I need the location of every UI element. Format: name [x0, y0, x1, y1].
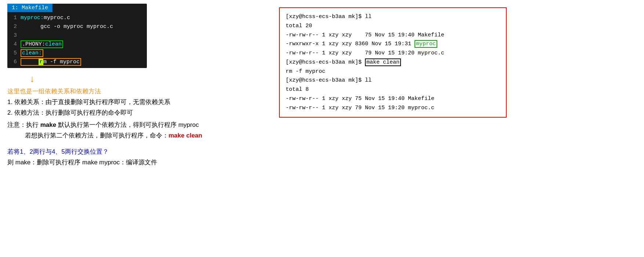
terminal-line-4: -rwxrwxr-x 1 xzy xzy 8360 Nov 15 19:31 m…: [286, 40, 500, 49]
annotation-notice2: 若想执行第二个依赖方法，删除可执行程序，命令：make clean: [25, 131, 264, 141]
phony-box: .PHONY:clean: [21, 40, 63, 48]
annotation-line3: 2. 依赖方法：执行删除可执行程序的命令即可: [7, 108, 264, 118]
line-num-6: 6: [10, 58, 17, 67]
notice-mid: 默认执行第一个依赖方法，得到可执行程序 myproc: [56, 121, 199, 128]
notice-prefix: 注意：执行: [7, 121, 40, 128]
line-content-1: myproc:myproc.c: [21, 14, 70, 22]
line-num-4: 4: [10, 40, 17, 49]
terminal-line-8: [xzy@hcss-ecs-b3aa mk]$ ll: [286, 76, 500, 85]
code-line-5: 5 clean:: [7, 49, 147, 58]
annotations: 这里也是一组依赖关系和依赖方法 1. 依赖关系：由于直接删除可执行程序即可，无需…: [7, 86, 264, 168]
right-panel: [xzy@hcss-ecs-b3aa mk]$ ll total 20 -rw-…: [279, 7, 637, 118]
arrow-area: ↓: [29, 75, 264, 84]
terminal-line-6: [xzy@hcss-ecs-b3aa mk]$ make clean: [286, 58, 500, 67]
notice2-cmd: make clean: [169, 132, 202, 139]
myproc-green: myproc: [415, 40, 437, 48]
line-content-4: .PHONY:clean: [21, 40, 63, 49]
terminal-line-7: rm -f myproc: [286, 67, 500, 76]
line-num-2: 2: [10, 22, 17, 31]
terminal-line-5: -rw-rw-r-- 1 xzy xzy 79 Nov 15 19:20 myp…: [286, 49, 500, 58]
arrow-down-icon: ↓: [29, 75, 35, 84]
code-line-6: 6 rm -f myproc: [7, 58, 147, 67]
question2: 则 make：删除可执行程序 make myproc：编译源文件: [7, 157, 264, 168]
left-panel: 1: Makefile 1 myproc:myproc.c 2 gcc -o m…: [7, 4, 264, 168]
code-editor: 1: Makefile 1 myproc:myproc.c 2 gcc -o m…: [7, 4, 147, 68]
code-line-1: 1 myproc:myproc.c: [7, 14, 147, 22]
terminal-line-11: -rw-rw-r-- 1 xzy xzy 79 Nov 15 19:20 myp…: [286, 104, 500, 113]
rm-box: rm -f myproc: [21, 58, 81, 66]
editor-tab: 1: Makefile: [7, 4, 53, 12]
editor-body: 1 myproc:myproc.c 2 gcc -o myproc myproc…: [7, 12, 147, 68]
question1: 若将1、2两行与4、5两行交换位置？: [7, 147, 264, 157]
line-content-6: rm -f myproc: [21, 58, 81, 67]
code-line-2: 2 gcc -o myproc myproc.c: [7, 22, 147, 31]
code-line-3: 3: [7, 31, 147, 40]
terminal-line-3: -rw-rw-r-- 1 xzy xzy 75 Nov 15 19:40 Mak…: [286, 31, 500, 40]
question-section: 若将1、2两行与4、5两行交换位置？ 则 make：删除可执行程序 make m…: [7, 147, 264, 168]
line-content-2: gcc -o myproc myproc.c: [21, 22, 113, 31]
editor-tab-label: 1: Makefile: [12, 5, 48, 11]
annotation-notice: 注意：执行 make 默认执行第一个依赖方法，得到可执行程序 myproc: [7, 120, 264, 131]
terminal-line-1: [xzy@hcss-ecs-b3aa mk]$ ll: [286, 13, 500, 22]
line-content-5: clean:: [21, 49, 43, 58]
make-clean-cmd: make clean: [365, 58, 401, 66]
notice2-prefix: 若想执行第二个依赖方法，删除可执行程序，命令：: [25, 132, 169, 139]
terminal: [xzy@hcss-ecs-b3aa mk]$ ll total 20 -rw-…: [279, 7, 507, 118]
annotation-line2: 1. 依赖关系：由于直接删除可执行程序即可，无需依赖关系: [7, 97, 264, 108]
clean-label-box: clean:: [21, 49, 43, 57]
terminal-line-10: -rw-rw-r-- 1 xzy xzy 75 Nov 15 19:40 Mak…: [286, 94, 500, 104]
line-num-1: 1: [10, 14, 17, 22]
code-line-4: 4 .PHONY:clean: [7, 40, 147, 49]
terminal-line-2: total 20: [286, 22, 500, 31]
line-num-5: 5: [10, 49, 17, 58]
r-highlight: r: [39, 59, 43, 65]
notice-make: make: [40, 121, 56, 128]
annotation-line1: 这里也是一组依赖关系和依赖方法: [7, 86, 264, 97]
terminal-line-9: total 8: [286, 85, 500, 94]
line-num-3: 3: [10, 31, 17, 40]
